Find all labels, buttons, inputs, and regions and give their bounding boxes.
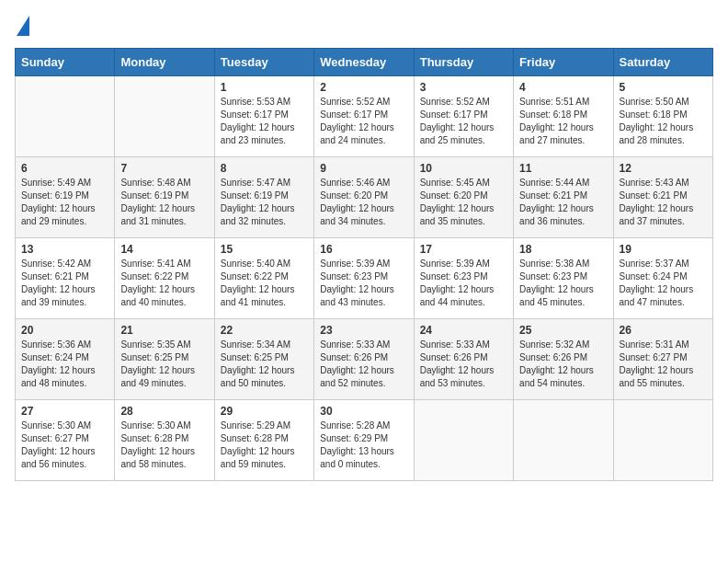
calendar-cell: 20Sunrise: 5:36 AM Sunset: 6:24 PM Dayli…: [16, 319, 115, 400]
day-info: Sunrise: 5:30 AM Sunset: 6:27 PM Dayligh…: [21, 419, 108, 471]
day-info: Sunrise: 5:33 AM Sunset: 6:26 PM Dayligh…: [420, 339, 507, 390]
calendar-cell: [613, 400, 712, 481]
day-info: Sunrise: 5:52 AM Sunset: 6:17 PM Dayligh…: [420, 96, 507, 147]
day-number: 12: [620, 162, 707, 175]
col-header-sunday: Sunday: [16, 49, 115, 76]
calendar-cell: 2Sunrise: 5:52 AM Sunset: 6:17 PM Daylig…: [314, 76, 414, 157]
col-header-saturday: Saturday: [613, 49, 712, 76]
day-info: Sunrise: 5:43 AM Sunset: 6:21 PM Dayligh…: [620, 177, 707, 228]
day-info: Sunrise: 5:28 AM Sunset: 6:29 PM Dayligh…: [320, 419, 407, 471]
day-number: 22: [221, 324, 308, 337]
col-header-thursday: Thursday: [414, 49, 513, 76]
day-number: 18: [519, 243, 607, 256]
day-info: Sunrise: 5:39 AM Sunset: 6:23 PM Dayligh…: [320, 258, 407, 309]
calendar-cell: 6Sunrise: 5:49 AM Sunset: 6:19 PM Daylig…: [16, 157, 115, 238]
day-number: 2: [320, 81, 407, 94]
day-number: 19: [620, 243, 707, 256]
calendar-cell: [16, 76, 115, 157]
day-info: Sunrise: 5:35 AM Sunset: 6:25 PM Dayligh…: [120, 339, 208, 390]
day-number: 25: [519, 324, 607, 337]
calendar-cell: 3Sunrise: 5:52 AM Sunset: 6:17 PM Daylig…: [414, 76, 513, 157]
calendar-week-row: 13Sunrise: 5:42 AM Sunset: 6:21 PM Dayli…: [16, 238, 713, 319]
calendar-cell: 15Sunrise: 5:40 AM Sunset: 6:22 PM Dayli…: [214, 238, 313, 319]
day-info: Sunrise: 5:36 AM Sunset: 6:24 PM Dayligh…: [21, 339, 108, 390]
day-number: 24: [420, 324, 507, 337]
day-info: Sunrise: 5:52 AM Sunset: 6:17 PM Dayligh…: [320, 96, 407, 147]
calendar-cell: [414, 400, 513, 481]
calendar-cell: 17Sunrise: 5:39 AM Sunset: 6:23 PM Dayli…: [414, 238, 513, 319]
day-info: Sunrise: 5:51 AM Sunset: 6:18 PM Dayligh…: [519, 96, 607, 147]
col-header-wednesday: Wednesday: [314, 49, 414, 76]
day-info: Sunrise: 5:46 AM Sunset: 6:20 PM Dayligh…: [320, 177, 407, 228]
day-info: Sunrise: 5:37 AM Sunset: 6:24 PM Dayligh…: [620, 258, 707, 309]
calendar-cell: 21Sunrise: 5:35 AM Sunset: 6:25 PM Dayli…: [115, 319, 214, 400]
day-number: 5: [620, 81, 707, 94]
day-info: Sunrise: 5:48 AM Sunset: 6:19 PM Dayligh…: [120, 177, 208, 228]
logo-triangle-icon: [17, 16, 29, 36]
calendar-header-row: SundayMondayTuesdayWednesdayThursdayFrid…: [16, 49, 713, 76]
day-number: 1: [221, 81, 308, 94]
calendar-cell: 8Sunrise: 5:47 AM Sunset: 6:19 PM Daylig…: [214, 157, 313, 238]
logo: [15, 15, 29, 37]
calendar-cell: 24Sunrise: 5:33 AM Sunset: 6:26 PM Dayli…: [414, 319, 513, 400]
day-number: 11: [519, 162, 607, 175]
day-info: Sunrise: 5:39 AM Sunset: 6:23 PM Dayligh…: [420, 258, 507, 309]
day-number: 3: [420, 81, 507, 94]
day-info: Sunrise: 5:47 AM Sunset: 6:19 PM Dayligh…: [221, 177, 308, 228]
calendar-cell: 9Sunrise: 5:46 AM Sunset: 6:20 PM Daylig…: [314, 157, 414, 238]
col-header-monday: Monday: [115, 49, 214, 76]
calendar-week-row: 27Sunrise: 5:30 AM Sunset: 6:27 PM Dayli…: [16, 400, 713, 481]
calendar-cell: 16Sunrise: 5:39 AM Sunset: 6:23 PM Dayli…: [314, 238, 414, 319]
day-number: 4: [519, 81, 607, 94]
col-header-tuesday: Tuesday: [214, 49, 313, 76]
calendar-cell: 13Sunrise: 5:42 AM Sunset: 6:21 PM Dayli…: [16, 238, 115, 319]
day-info: Sunrise: 5:31 AM Sunset: 6:27 PM Dayligh…: [620, 339, 707, 390]
calendar-cell: 23Sunrise: 5:33 AM Sunset: 6:26 PM Dayli…: [314, 319, 414, 400]
calendar-cell: [115, 76, 214, 157]
day-number: 10: [420, 162, 507, 175]
day-number: 27: [21, 405, 108, 418]
calendar-cell: 28Sunrise: 5:30 AM Sunset: 6:28 PM Dayli…: [115, 400, 214, 481]
day-info: Sunrise: 5:45 AM Sunset: 6:20 PM Dayligh…: [420, 177, 507, 228]
calendar-cell: 19Sunrise: 5:37 AM Sunset: 6:24 PM Dayli…: [613, 238, 712, 319]
calendar-cell: 30Sunrise: 5:28 AM Sunset: 6:29 PM Dayli…: [314, 400, 414, 481]
day-number: 20: [21, 324, 108, 337]
day-number: 13: [21, 243, 108, 256]
calendar-cell: 7Sunrise: 5:48 AM Sunset: 6:19 PM Daylig…: [115, 157, 214, 238]
day-info: Sunrise: 5:32 AM Sunset: 6:26 PM Dayligh…: [519, 339, 607, 390]
day-info: Sunrise: 5:30 AM Sunset: 6:28 PM Dayligh…: [120, 419, 208, 471]
day-number: 9: [320, 162, 407, 175]
day-info: Sunrise: 5:33 AM Sunset: 6:26 PM Dayligh…: [320, 339, 407, 390]
day-info: Sunrise: 5:34 AM Sunset: 6:25 PM Dayligh…: [221, 339, 308, 390]
day-number: 15: [221, 243, 308, 256]
day-number: 6: [21, 162, 108, 175]
day-number: 30: [320, 405, 407, 418]
calendar-week-row: 20Sunrise: 5:36 AM Sunset: 6:24 PM Dayli…: [16, 319, 713, 400]
day-info: Sunrise: 5:40 AM Sunset: 6:22 PM Dayligh…: [221, 258, 308, 309]
calendar-cell: 1Sunrise: 5:53 AM Sunset: 6:17 PM Daylig…: [214, 76, 313, 157]
day-info: Sunrise: 5:29 AM Sunset: 6:28 PM Dayligh…: [221, 419, 308, 471]
calendar-cell: 12Sunrise: 5:43 AM Sunset: 6:21 PM Dayli…: [613, 157, 712, 238]
day-number: 23: [320, 324, 407, 337]
calendar-cell: 25Sunrise: 5:32 AM Sunset: 6:26 PM Dayli…: [514, 319, 613, 400]
day-info: Sunrise: 5:49 AM Sunset: 6:19 PM Dayligh…: [21, 177, 108, 228]
calendar-cell: 29Sunrise: 5:29 AM Sunset: 6:28 PM Dayli…: [214, 400, 313, 481]
day-info: Sunrise: 5:38 AM Sunset: 6:23 PM Dayligh…: [519, 258, 607, 309]
calendar-week-row: 1Sunrise: 5:53 AM Sunset: 6:17 PM Daylig…: [16, 76, 713, 157]
day-info: Sunrise: 5:44 AM Sunset: 6:21 PM Dayligh…: [519, 177, 607, 228]
day-info: Sunrise: 5:50 AM Sunset: 6:18 PM Dayligh…: [620, 96, 707, 147]
calendar-cell: 18Sunrise: 5:38 AM Sunset: 6:23 PM Dayli…: [514, 238, 613, 319]
day-number: 28: [120, 405, 208, 418]
calendar-cell: 27Sunrise: 5:30 AM Sunset: 6:27 PM Dayli…: [16, 400, 115, 481]
calendar-cell: 14Sunrise: 5:41 AM Sunset: 6:22 PM Dayli…: [115, 238, 214, 319]
day-number: 7: [120, 162, 208, 175]
day-number: 17: [420, 243, 507, 256]
calendar-cell: 4Sunrise: 5:51 AM Sunset: 6:18 PM Daylig…: [514, 76, 613, 157]
day-number: 8: [221, 162, 308, 175]
day-info: Sunrise: 5:53 AM Sunset: 6:17 PM Dayligh…: [221, 96, 308, 147]
calendar-cell: 10Sunrise: 5:45 AM Sunset: 6:20 PM Dayli…: [414, 157, 513, 238]
page-header: [15, 15, 713, 37]
calendar-cell: 11Sunrise: 5:44 AM Sunset: 6:21 PM Dayli…: [514, 157, 613, 238]
calendar-cell: [514, 400, 613, 481]
day-number: 14: [120, 243, 208, 256]
